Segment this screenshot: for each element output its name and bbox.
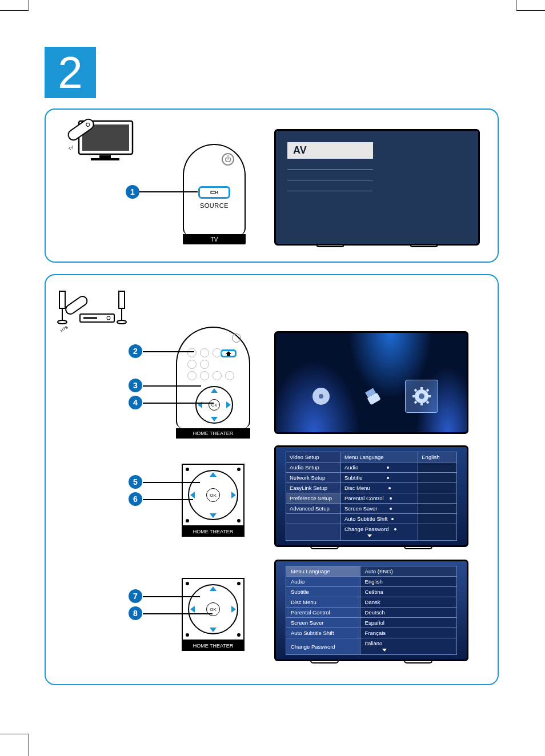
svg-point-20 xyxy=(319,394,323,399)
menu-left-item[interactable]: Change Password xyxy=(286,638,360,655)
scroll-down-icon xyxy=(382,649,387,652)
ok-button[interactable]: OK xyxy=(209,399,220,411)
menu-left-item[interactable]: Advanced Setup xyxy=(286,504,341,514)
menu-mid-item[interactable]: Subtitle xyxy=(340,473,418,483)
dpad[interactable]: OK xyxy=(188,584,238,634)
menu-left-item[interactable]: EasyLink Setup xyxy=(286,483,341,493)
dpad-left-icon xyxy=(190,492,195,498)
dpad-down-icon xyxy=(210,628,217,632)
dpad-right-icon xyxy=(231,606,236,613)
remote-device-label: HOME THEATER xyxy=(182,526,245,537)
dpad-left-icon xyxy=(190,606,195,613)
svg-rect-16 xyxy=(83,317,97,319)
remote-device-label: HOME THEATER xyxy=(182,641,245,651)
menu-left-item[interactable]: Audio xyxy=(286,577,360,587)
svg-rect-17 xyxy=(64,295,89,316)
source-button-label: SOURCE xyxy=(200,202,229,209)
menu-left-item[interactable]: Network Setup xyxy=(286,473,341,483)
menu-mid-item[interactable]: Auto Subtitle Shift xyxy=(340,514,418,524)
callout-1: 1 xyxy=(126,185,139,199)
dpad-up-icon xyxy=(210,586,217,591)
dpad-closeup-2: OK HOME THEATER xyxy=(182,578,245,651)
remote-device-label: TV xyxy=(183,234,246,244)
home-button[interactable] xyxy=(221,349,237,357)
dpad[interactable]: OK xyxy=(195,386,233,424)
source-menu: AV xyxy=(287,142,373,191)
language-menu-screen: Menu LanguageAuto (ENG) AudioEnglish Sub… xyxy=(274,560,468,661)
dpad-up-icon xyxy=(210,472,217,477)
menu-mid-item[interactable]: Audio xyxy=(340,463,418,473)
menu-left-item[interactable]: Subtitle xyxy=(286,587,360,597)
menu-left-item-selected[interactable]: Preference Setup xyxy=(286,493,341,504)
step-number-badge: 2 xyxy=(45,47,96,98)
menu-value[interactable]: Français xyxy=(360,628,456,638)
callout-4: 4 xyxy=(129,396,142,409)
menu-mid-item[interactable]: Screen Saver xyxy=(340,504,418,514)
panel-tv-source: TV ⏻ SOURCE TV 1 AV xyxy=(45,108,499,263)
remote-device-label: HOME THEATER xyxy=(176,428,250,439)
setup-menu-screen: Video Setup Menu Language English Audio … xyxy=(274,445,468,547)
menu-mid-item[interactable]: Parental Control xyxy=(340,493,418,504)
power-icon xyxy=(232,333,241,343)
home-theater-illustration: HTS xyxy=(56,285,147,337)
dpad-right-icon xyxy=(231,492,236,498)
svg-line-29 xyxy=(427,401,428,403)
callout-6: 6 xyxy=(129,492,142,506)
menu-left-item-selected[interactable]: Menu Language xyxy=(286,566,360,577)
home-menu-screen xyxy=(274,331,468,434)
callout-2: 2 xyxy=(129,344,142,358)
source-button[interactable] xyxy=(198,186,230,199)
callout-3: 3 xyxy=(129,379,142,392)
menu-value[interactable]: Español xyxy=(360,618,456,628)
dpad-down-icon xyxy=(210,513,217,518)
menu-value[interactable]: Ceština xyxy=(360,587,456,597)
language-menu-table: Menu LanguageAuto (ENG) AudioEnglish Sub… xyxy=(286,566,457,655)
svg-rect-11 xyxy=(119,291,125,308)
settings-icon[interactable] xyxy=(405,380,438,413)
menu-value: English xyxy=(418,452,457,463)
menu-mid-item[interactable]: Disc Menu xyxy=(340,483,418,493)
callout-leader xyxy=(136,191,198,192)
svg-point-13 xyxy=(117,320,126,324)
usb-icon xyxy=(356,380,389,413)
menu-left-item[interactable]: Audio Setup xyxy=(286,463,341,473)
ok-button[interactable]: OK xyxy=(206,488,220,502)
svg-line-31 xyxy=(427,389,428,391)
tv-screen: AV xyxy=(274,129,480,246)
menu-left-item[interactable]: Screen Saver xyxy=(286,618,360,628)
callout-8: 8 xyxy=(129,606,142,620)
svg-line-28 xyxy=(415,389,416,391)
svg-rect-7 xyxy=(211,191,215,194)
menu-value[interactable]: English xyxy=(360,577,456,587)
menu-mid-item[interactable]: Menu Language xyxy=(340,452,418,463)
source-menu-selected: AV xyxy=(287,142,373,159)
home-icon xyxy=(226,351,231,356)
setup-menu-table: Video Setup Menu Language English Audio … xyxy=(286,452,457,541)
menu-left-item[interactable]: Video Setup xyxy=(286,452,341,463)
svg-rect-2 xyxy=(99,155,111,158)
dpad[interactable]: OK xyxy=(188,470,238,520)
disc-icon xyxy=(304,380,338,413)
home-theater-remote: OK HOME THEATER xyxy=(176,327,250,441)
tv-remote-illustration: ⏻ SOURCE TV xyxy=(183,144,246,252)
menu-mid-item[interactable]: Change Password xyxy=(340,524,418,541)
menu-value[interactable]: Italiano xyxy=(360,638,456,655)
menu-value[interactable]: Dansk xyxy=(360,597,456,608)
menu-left-item[interactable]: Disc Menu xyxy=(286,597,360,608)
callout-7: 7 xyxy=(129,589,142,603)
svg-rect-8 xyxy=(59,291,65,308)
menu-value-selected[interactable]: Auto (ENG) xyxy=(360,566,456,577)
tv-with-remote-illustration: TV xyxy=(59,118,134,169)
svg-text:HTS: HTS xyxy=(60,325,69,333)
svg-line-30 xyxy=(415,401,416,403)
svg-text:TV: TV xyxy=(68,145,75,151)
menu-left-item[interactable]: Parental Control xyxy=(286,608,360,618)
dpad-closeup-1: OK HOME THEATER xyxy=(182,464,245,537)
menu-value[interactable]: Deutsch xyxy=(360,608,456,618)
callout-5: 5 xyxy=(129,475,142,489)
menu-left-item[interactable]: Auto Subtitle Shift xyxy=(286,628,360,638)
svg-point-10 xyxy=(58,320,67,324)
scroll-down-icon xyxy=(367,534,372,537)
svg-rect-3 xyxy=(91,158,119,160)
svg-point-32 xyxy=(419,393,424,399)
